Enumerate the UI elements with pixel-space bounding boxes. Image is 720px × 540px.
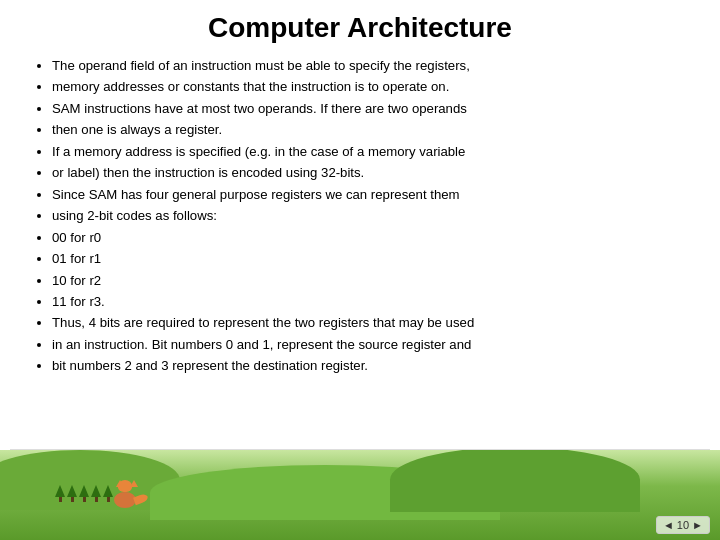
tree-trunk-4 bbox=[95, 497, 98, 502]
bullet-item-1: memory addresses or constants that the i… bbox=[52, 77, 690, 97]
tree-4 bbox=[91, 485, 101, 502]
page-number[interactable]: ◄ 10 ► bbox=[656, 516, 710, 534]
tree-top-1 bbox=[55, 485, 65, 497]
tree-trunk-3 bbox=[83, 497, 86, 502]
char-head bbox=[118, 480, 132, 492]
slide-title: Computer Architecture bbox=[208, 12, 512, 43]
slide: Computer Architecture The operand field … bbox=[0, 0, 720, 540]
bullet-item-8: 00 for r0 bbox=[52, 228, 690, 248]
tree-2 bbox=[67, 485, 77, 502]
content-area: The operand field of an instruction must… bbox=[0, 52, 720, 449]
bullet-item-11: 11 for r3. bbox=[52, 292, 690, 312]
bullet-item-9: 01 for r1 bbox=[52, 249, 690, 269]
hill-right bbox=[390, 450, 640, 512]
character-body bbox=[110, 480, 140, 508]
char-torso bbox=[114, 492, 136, 508]
bullet-item-4: If a memory address is specified (e.g. i… bbox=[52, 142, 690, 162]
tree-3 bbox=[79, 485, 89, 502]
character bbox=[110, 480, 140, 508]
tree-trunk-1 bbox=[59, 497, 62, 502]
bullet-item-5: or label) then the instruction is encode… bbox=[52, 163, 690, 183]
bullet-item-3: then one is always a register. bbox=[52, 120, 690, 140]
bullet-item-13: in an instruction. Bit numbers 0 and 1, … bbox=[52, 335, 690, 355]
trees-decoration bbox=[55, 485, 113, 502]
bullet-item-7: using 2-bit codes as follows: bbox=[52, 206, 690, 226]
bullet-item-14: bit numbers 2 and 3 represent the destin… bbox=[52, 356, 690, 376]
tree-top-2 bbox=[67, 485, 77, 497]
bullet-item-6: Since SAM has four general purpose regis… bbox=[52, 185, 690, 205]
tree-trunk-2 bbox=[71, 497, 74, 502]
bottom-bar: ◄ 10 ► bbox=[0, 450, 720, 540]
tree-top-4 bbox=[91, 485, 101, 497]
title-area: Computer Architecture bbox=[0, 0, 720, 52]
bullet-item-12: Thus, 4 bits are required to represent t… bbox=[52, 313, 690, 333]
bullet-item-2: SAM instructions have at most two operan… bbox=[52, 99, 690, 119]
bullet-item-0: The operand field of an instruction must… bbox=[52, 56, 690, 76]
bullet-item-10: 10 for r2 bbox=[52, 271, 690, 291]
bullet-list: The operand field of an instruction must… bbox=[30, 56, 690, 377]
tree-1 bbox=[55, 485, 65, 502]
tree-top-3 bbox=[79, 485, 89, 497]
